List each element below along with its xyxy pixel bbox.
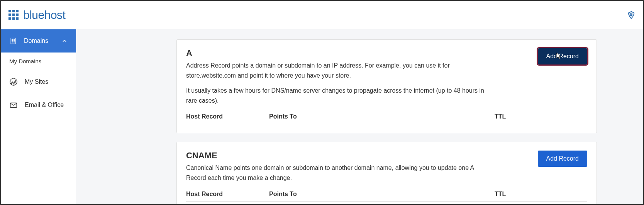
record-card-a: A Address Record points a domain or subd… <box>176 39 597 133</box>
sidebar-item-my-sites[interactable]: My Sites <box>1 70 76 93</box>
svg-rect-2 <box>12 39 13 40</box>
table-header: Host Record Points To TTL <box>186 191 587 202</box>
col-host-record: Host Record <box>186 191 269 198</box>
card-title: CNAME <box>186 151 495 161</box>
svg-rect-1 <box>11 38 15 44</box>
topbar-right <box>627 11 636 19</box>
main-content: A Address Record points a domain or subd… <box>76 29 643 204</box>
sidebar: Domains My Domains My Sites <box>1 29 76 204</box>
svg-rect-5 <box>14 40 15 41</box>
add-record-button-cname[interactable]: Add Record <box>538 151 588 167</box>
sidebar-item-domains[interactable]: Domains <box>1 29 76 53</box>
card-title: A <box>186 48 495 58</box>
svg-rect-6 <box>12 42 13 42</box>
building-icon <box>9 37 17 45</box>
sidebar-item-email-office[interactable]: Email & Office <box>1 93 76 117</box>
chevron-up-icon <box>61 38 68 44</box>
apps-grid-icon <box>8 10 19 20</box>
table-header: Host Record Points To TTL <box>186 113 587 124</box>
svg-rect-4 <box>12 40 13 41</box>
card-description-2: It usually takes a few hours for DNS/nam… <box>186 86 495 105</box>
sidebar-item-label: My Sites <box>25 78 48 85</box>
envelope-icon <box>9 101 18 109</box>
sidebar-item-label: Domains <box>24 37 48 44</box>
col-ttl: TTL <box>495 191 587 198</box>
sidebar-item-label: Email & Office <box>25 102 64 108</box>
wordpress-icon <box>9 78 18 86</box>
sidebar-sub-my-domains[interactable]: My Domains <box>1 53 76 70</box>
logo[interactable]: bluehost <box>8 8 65 22</box>
col-points-to: Points To <box>269 191 495 198</box>
card-description: Address Record points a domain or subdom… <box>186 61 495 80</box>
svg-rect-0 <box>630 14 632 16</box>
topbar: bluehost <box>1 1 643 29</box>
add-record-button-a[interactable]: Add Record <box>538 48 588 64</box>
svg-rect-7 <box>14 42 15 42</box>
brand-name: bluehost <box>23 8 65 22</box>
sidebar-item-label: My Domains <box>9 58 41 64</box>
col-host-record: Host Record <box>186 113 269 120</box>
col-ttl: TTL <box>495 113 587 120</box>
record-card-cname: CNAME Canonical Name points one domain o… <box>176 142 597 204</box>
card-description: Canonical Name points one domain or subd… <box>186 163 495 183</box>
svg-rect-3 <box>14 39 15 40</box>
col-points-to: Points To <box>269 113 495 120</box>
security-icon[interactable] <box>627 11 636 19</box>
